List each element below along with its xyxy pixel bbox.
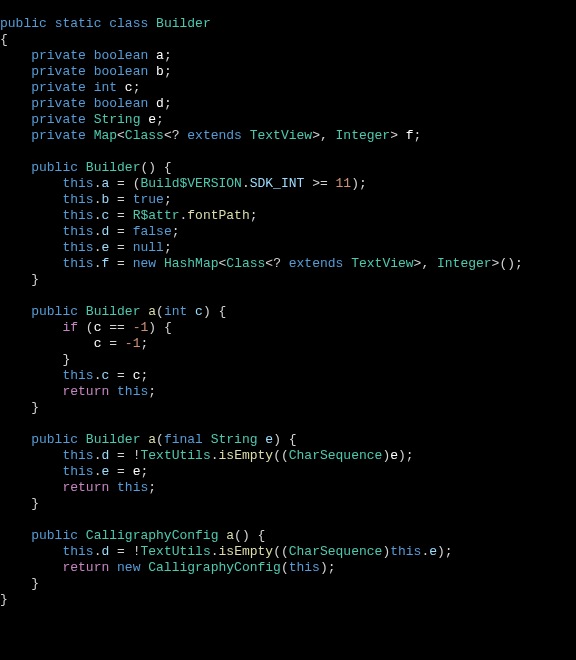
code-token: int <box>94 80 117 95</box>
field-name: b <box>156 64 164 79</box>
return-type: CalligraphyConfig <box>86 528 219 543</box>
this-keyword: this <box>62 368 93 383</box>
code-token: private <box>31 64 86 79</box>
number: -1 <box>125 336 141 351</box>
this-keyword: this <box>62 208 93 223</box>
code-token: static <box>55 16 102 31</box>
field-ref: c <box>101 208 109 223</box>
code-token: private <box>31 48 86 63</box>
this-keyword: this <box>62 464 93 479</box>
keyword: new <box>133 256 156 271</box>
param-type: int <box>164 304 187 319</box>
literal: true <box>133 192 164 207</box>
code-token: boolean <box>94 96 149 111</box>
code-token: class <box>109 16 148 31</box>
field-ref: b <box>101 192 109 207</box>
code-token: public <box>31 528 78 543</box>
this-keyword: this <box>62 192 93 207</box>
this-keyword: this <box>62 544 93 559</box>
literal: false <box>133 224 172 239</box>
param-name: c <box>195 304 203 319</box>
code-token: public <box>31 160 78 175</box>
field-ref: d <box>101 224 109 239</box>
method-name: a <box>226 528 234 543</box>
field-name: c <box>125 80 133 95</box>
operator: >= <box>312 176 328 191</box>
return-type: Builder <box>86 432 141 447</box>
field-ref: d <box>101 544 109 559</box>
keyword: return <box>62 560 109 575</box>
method-ref: isEmpty <box>219 448 274 463</box>
keyword: new <box>117 560 140 575</box>
field-ref: d <box>101 448 109 463</box>
var-ref: c <box>133 368 141 383</box>
type-ref: HashMap <box>164 256 219 271</box>
field-ref: e <box>101 464 109 479</box>
field-ref: fontPath <box>187 208 249 223</box>
field-ref: a <box>101 176 109 191</box>
method-ref: isEmpty <box>219 544 274 559</box>
keyword: return <box>62 384 109 399</box>
this-keyword: this <box>62 448 93 463</box>
this-keyword: this <box>62 256 93 271</box>
code-token: private <box>31 112 86 127</box>
var-ref: e <box>390 448 398 463</box>
code-token: public <box>31 304 78 319</box>
var-ref: c <box>94 336 102 351</box>
field-ref: SDK_INT <box>250 176 305 191</box>
field-ref: c <box>101 368 109 383</box>
this-keyword: this <box>62 224 93 239</box>
class-name: Builder <box>156 16 211 31</box>
code-token: Class <box>125 128 164 143</box>
keyword: return <box>62 480 109 495</box>
code-token: private <box>31 96 86 111</box>
this-keyword: this <box>62 176 93 191</box>
field-ref: f <box>101 256 109 271</box>
this-keyword: this <box>289 560 320 575</box>
number: 11 <box>336 176 352 191</box>
type-ref: CharSequence <box>289 448 383 463</box>
field-name: f <box>406 128 414 143</box>
code-token: extends <box>187 128 242 143</box>
field-name: e <box>148 112 156 127</box>
keyword: final <box>164 432 203 447</box>
method-name: a <box>148 304 156 319</box>
return-type: Builder <box>86 304 141 319</box>
field-ref: e <box>101 240 109 255</box>
code-token: Map <box>94 128 117 143</box>
code-container: { "code": { "line1": { "public": "public… <box>0 0 576 640</box>
code-token: Integer <box>336 128 391 143</box>
type-ref: TextView <box>351 256 413 271</box>
type-ref: Integer <box>437 256 492 271</box>
code-token: private <box>31 80 86 95</box>
code-token: boolean <box>94 64 149 79</box>
var-ref: c <box>94 320 102 335</box>
type-ref: R$attr <box>133 208 180 223</box>
type-ref: CharSequence <box>289 544 383 559</box>
field-name: a <box>156 48 164 63</box>
var-ref: e <box>133 464 141 479</box>
field-name: d <box>156 96 164 111</box>
param-name: e <box>265 432 273 447</box>
number: -1 <box>133 320 149 335</box>
method-name: a <box>148 432 156 447</box>
field-ref: e <box>429 544 437 559</box>
keyword: extends <box>289 256 344 271</box>
type-ref: Class <box>226 256 265 271</box>
type-ref: Build$VERSION <box>140 176 241 191</box>
ctor-name: Builder <box>86 160 141 175</box>
code-token: TextView <box>250 128 312 143</box>
this-keyword: this <box>62 240 93 255</box>
operator: ! <box>133 448 141 463</box>
brace: { <box>0 32 8 47</box>
this-keyword: this <box>117 480 148 495</box>
type-ref: CalligraphyConfig <box>148 560 281 575</box>
code-token: String <box>94 112 141 127</box>
param-type: String <box>211 432 258 447</box>
code-token: boolean <box>94 48 149 63</box>
type-ref: TextUtils <box>141 448 211 463</box>
code-token: public <box>0 16 47 31</box>
code-token: private <box>31 128 86 143</box>
this-keyword: this <box>390 544 421 559</box>
type-ref: TextUtils <box>141 544 211 559</box>
